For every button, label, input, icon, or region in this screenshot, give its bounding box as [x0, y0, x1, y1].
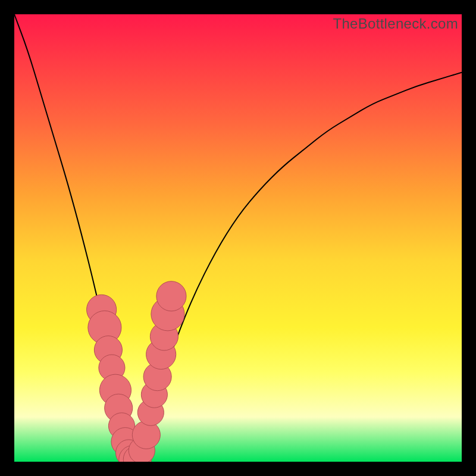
- curve-right-branch: [135, 73, 462, 462]
- right-branch-path: [135, 73, 462, 462]
- valley-marker-dot: [156, 281, 186, 311]
- curves-layer: [14, 14, 462, 462]
- plot-area: TheBottleneck.com: [14, 14, 462, 462]
- chart-frame: TheBottleneck.com: [14, 14, 462, 462]
- valley-markers: [87, 281, 186, 462]
- watermark-text: TheBottleneck.com: [333, 15, 458, 32]
